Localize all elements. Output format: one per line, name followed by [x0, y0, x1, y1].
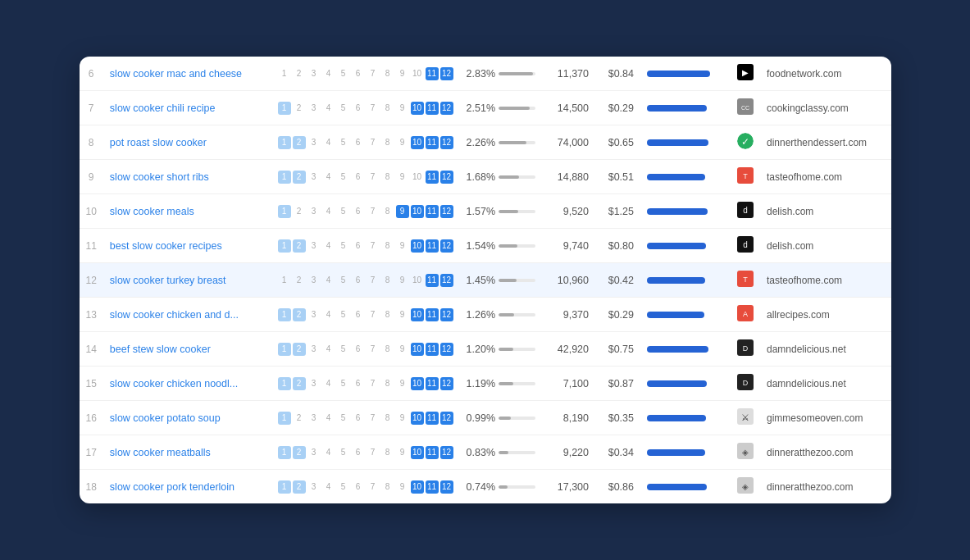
- ctr-bar: [499, 72, 535, 75]
- domain-cell: dinneratthezoo.com: [760, 435, 891, 470]
- svg-text:T: T: [743, 172, 748, 180]
- cpc-cell: $0.51: [595, 160, 640, 194]
- ctr-cell: 1.57%: [460, 194, 542, 229]
- favicon-cell: T: [731, 160, 760, 194]
- competition-cell: [640, 367, 731, 401]
- cpc-cell: $0.35: [595, 401, 640, 435]
- competition-cell: [640, 57, 731, 91]
- ctr-value: 1.54%: [467, 240, 495, 252]
- ctr-bar: [499, 382, 535, 385]
- ctr-bar-fill: [499, 244, 517, 248]
- ctr-bar-fill: [499, 72, 533, 75]
- keyword-cell[interactable]: slow cooker chicken and d...: [103, 298, 271, 332]
- keyword-cell[interactable]: slow cooker meals: [103, 194, 271, 229]
- position-badge: 8: [381, 343, 394, 356]
- keyword-link[interactable]: slow cooker turkey breast: [110, 275, 226, 286]
- position-badge: 7: [367, 343, 380, 356]
- position-badge: 5: [337, 377, 350, 390]
- keyword-cell[interactable]: slow cooker pork tenderloin: [103, 470, 271, 504]
- domain-cell: delish.com: [760, 194, 891, 229]
- keyword-cell[interactable]: slow cooker turkey breast: [103, 263, 271, 298]
- keyword-link[interactable]: pot roast slow cooker: [110, 137, 207, 148]
- position-badge: 6: [352, 239, 365, 253]
- competition-bar: [647, 346, 708, 353]
- volume-cell: 42,920: [542, 332, 595, 367]
- svg-text:D: D: [743, 379, 749, 387]
- keyword-cell[interactable]: pot roast slow cooker: [103, 125, 271, 160]
- keyword-cell[interactable]: slow cooker short ribs: [103, 160, 271, 194]
- keyword-link[interactable]: slow cooker meatballs: [110, 447, 211, 458]
- rank-number: 15: [80, 367, 103, 401]
- ctr-cell: 1.19%: [460, 367, 542, 401]
- svg-text:d: d: [743, 240, 748, 249]
- position-badge: 10: [411, 239, 424, 253]
- keyword-link[interactable]: slow cooker meals: [110, 206, 194, 217]
- keyword-link[interactable]: slow cooker mac and cheese: [110, 68, 242, 80]
- keyword-cell[interactable]: slow cooker chicken noodl...: [103, 367, 271, 401]
- keyword-link[interactable]: slow cooker chili recipe: [110, 102, 216, 114]
- position-badge: 1: [278, 205, 291, 218]
- position-badge: 7: [367, 377, 380, 390]
- position-badge: 4: [322, 446, 335, 459]
- keyword-link[interactable]: slow cooker short ribs: [110, 171, 209, 183]
- position-badge: 4: [322, 308, 335, 321]
- position-badge: 5: [337, 136, 350, 149]
- competition-bar: [647, 484, 707, 490]
- keyword-link[interactable]: beef stew slow cooker: [110, 344, 211, 355]
- position-badge: 2: [293, 446, 306, 459]
- position-badge: 3: [307, 343, 321, 356]
- position-badge: 2: [293, 205, 306, 218]
- keyword-link[interactable]: slow cooker potato soup: [110, 412, 221, 424]
- position-badge: 7: [367, 446, 380, 459]
- position-badge: 3: [307, 205, 321, 218]
- positions-cell: 123456789101112: [271, 125, 460, 160]
- position-badge: 8: [381, 480, 394, 494]
- keyword-link[interactable]: slow cooker pork tenderloin: [110, 481, 235, 493]
- ctr-bar: [499, 313, 535, 316]
- keyword-link[interactable]: slow cooker chicken noodl...: [110, 378, 238, 389]
- volume-cell: 11,370: [542, 57, 595, 91]
- competition-bar: [647, 312, 704, 318]
- ctr-value: 2.26%: [467, 137, 495, 148]
- competition-bar: [647, 71, 710, 77]
- position-badge: 4: [322, 274, 335, 287]
- position-badge: 10: [411, 274, 424, 287]
- position-badge: 4: [322, 102, 335, 115]
- position-badge: 5: [337, 480, 350, 494]
- position-badge: 12: [440, 136, 453, 149]
- keyword-cell[interactable]: slow cooker mac and cheese: [103, 57, 271, 91]
- position-badge: 10: [411, 308, 424, 321]
- domain-cell: damndelicious.net: [760, 332, 891, 367]
- keyword-cell[interactable]: slow cooker potato soup: [103, 401, 271, 435]
- ctr-bar-fill: [499, 451, 508, 454]
- position-badge: 3: [307, 377, 321, 390]
- position-badge: 7: [367, 171, 380, 184]
- ctr-value: 1.19%: [467, 378, 495, 389]
- position-badge: 8: [381, 446, 394, 459]
- position-badge: 12: [440, 274, 453, 287]
- position-badge: 12: [440, 412, 453, 425]
- position-badge: 1: [278, 308, 291, 321]
- keyword-link[interactable]: slow cooker chicken and d...: [110, 309, 239, 321]
- position-badge: 1: [278, 239, 291, 253]
- position-badge: 2: [293, 377, 306, 390]
- domain-cell: damndelicious.net: [760, 367, 891, 401]
- svg-text:CC: CC: [741, 105, 749, 111]
- ctr-bar-fill: [499, 210, 518, 213]
- position-badge: 10: [411, 67, 424, 80]
- position-badge: 1: [278, 67, 291, 80]
- position-badge: 11: [426, 67, 439, 80]
- position-badge: 3: [307, 102, 321, 115]
- ctr-cell: 1.20%: [460, 332, 542, 367]
- position-badge: 11: [426, 102, 439, 115]
- svg-text:⚔: ⚔: [741, 412, 749, 422]
- competition-cell: [640, 229, 731, 263]
- keyword-link[interactable]: best slow cooker recipes: [110, 240, 222, 252]
- position-badge: 1: [278, 136, 291, 149]
- keyword-cell[interactable]: best slow cooker recipes: [103, 229, 271, 263]
- competition-bar: [647, 105, 707, 112]
- keyword-cell[interactable]: slow cooker chili recipe: [103, 91, 271, 125]
- keyword-cell[interactable]: beef stew slow cooker: [103, 332, 271, 367]
- keyword-cell[interactable]: slow cooker meatballs: [103, 435, 271, 470]
- position-badge: 12: [440, 102, 453, 115]
